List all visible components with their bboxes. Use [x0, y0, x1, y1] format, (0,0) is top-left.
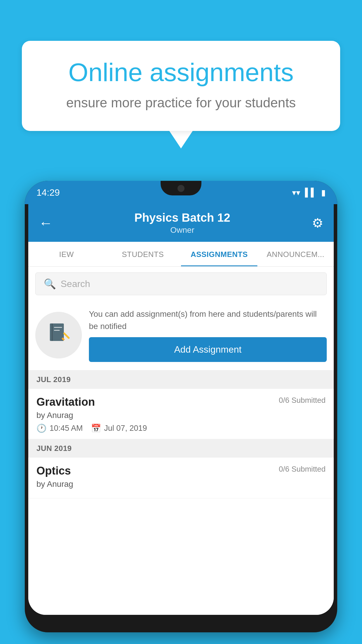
assignment-row-top: Gravitation 0/6 Submitted: [36, 396, 326, 408]
assignment-submitted-optics: 0/6 Submitted: [279, 465, 326, 474]
phone-frame: 14:29 ▾▾ ▌▌ ▮ ← Physics Batch 12 Owner ⚙…: [25, 181, 337, 632]
screen: ← Physics Batch 12 Owner ⚙ IEW STUDENTS …: [28, 204, 334, 615]
notch: [161, 181, 201, 195]
tab-assignments[interactable]: ASSIGNMENTS: [181, 242, 257, 266]
speech-bubble-subtitle: ensure more practice for your students: [45, 95, 317, 111]
tab-students[interactable]: STUDENTS: [105, 242, 181, 266]
svg-rect-1: [52, 323, 53, 341]
speech-bubble: Online assignments ensure more practice …: [22, 41, 340, 131]
section-jun-2019: JUN 2019: [28, 439, 334, 458]
back-button[interactable]: ←: [39, 216, 53, 230]
svg-rect-2: [54, 327, 62, 328]
assignment-meta: 🕐 10:45 AM 📅 Jul 07, 2019: [36, 424, 326, 433]
notch-camera: [178, 185, 184, 192]
batch-subtitle: Owner: [134, 225, 230, 235]
prompt-right: You can add assignment(s) from here and …: [89, 308, 327, 362]
assignment-icon-circle: [35, 312, 82, 358]
search-bar-container: 🔍 Search: [28, 267, 334, 301]
assignment-by: by Anurag: [36, 411, 326, 420]
speech-bubble-title: Online assignments: [45, 58, 317, 87]
tab-announcements[interactable]: ANNOUNCEM...: [257, 242, 334, 266]
search-bar[interactable]: 🔍 Search: [35, 272, 327, 295]
assignment-name: Gravitation: [36, 396, 95, 408]
section-jul-2019: JUL 2019: [28, 370, 334, 389]
svg-rect-4: [63, 332, 70, 339]
assignment-item-gravitation[interactable]: Gravitation 0/6 Submitted by Anurag 🕐 10…: [28, 389, 334, 439]
assignment-row-top-optics: Optics 0/6 Submitted: [36, 465, 326, 477]
signal-icon: ▌▌: [305, 188, 317, 197]
settings-icon[interactable]: ⚙: [312, 216, 323, 230]
search-placeholder-text: Search: [61, 279, 90, 289]
clock-icon: 🕐: [36, 424, 47, 433]
assignment-submitted: 0/6 Submitted: [279, 396, 326, 405]
assignment-date: 📅 Jul 07, 2019: [91, 424, 147, 433]
screen-content[interactable]: 🔍 Search: [28, 267, 334, 615]
speech-bubble-container: Online assignments ensure more practice …: [22, 41, 340, 148]
header-title-area: Physics Batch 12 Owner: [134, 211, 230, 235]
assignment-name-optics: Optics: [36, 465, 71, 477]
wifi-icon: ▾▾: [292, 188, 300, 197]
assignment-icon: [47, 321, 70, 349]
status-bar: 14:29 ▾▾ ▌▌ ▮: [25, 181, 337, 204]
assignment-item-optics[interactable]: Optics 0/6 Submitted by Anurag: [28, 458, 334, 498]
batch-title: Physics Batch 12: [134, 211, 230, 224]
battery-icon: ▮: [321, 188, 326, 197]
prompt-text: You can add assignment(s) from here and …: [89, 308, 327, 332]
tabs-bar: IEW STUDENTS ASSIGNMENTS ANNOUNCEM...: [28, 242, 334, 267]
calendar-icon: 📅: [91, 424, 101, 433]
app-header: ← Physics Batch 12 Owner ⚙: [28, 204, 334, 242]
speech-bubble-arrow: [169, 131, 193, 148]
status-icons: ▾▾ ▌▌ ▮: [292, 188, 326, 197]
assignment-by-optics: by Anurag: [36, 480, 326, 489]
assignment-time: 🕐 10:45 AM: [36, 424, 83, 433]
status-time: 14:29: [36, 187, 60, 198]
tab-iew[interactable]: IEW: [28, 242, 105, 266]
svg-rect-3: [54, 330, 60, 331]
add-assignment-prompt: You can add assignment(s) from here and …: [28, 301, 334, 370]
search-icon: 🔍: [44, 278, 56, 290]
add-assignment-button[interactable]: Add Assignment: [89, 337, 327, 362]
